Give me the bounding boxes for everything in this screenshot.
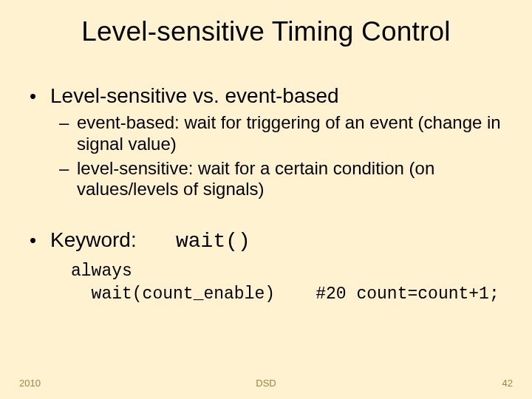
slide: Level-sensitive Timing Control • Level-s…: [0, 0, 532, 399]
bullet-level2: – level-sensitive: wait for a certain co…: [59, 158, 502, 201]
content-area: • Level-sensitive vs. event-based – even…: [0, 55, 532, 306]
bullet-text: event-based: wait for triggering of an e…: [77, 112, 502, 155]
bullet-dash-icon: –: [59, 112, 77, 155]
bullet-text: level-sensitive: wait for a certain cond…: [77, 158, 502, 201]
bullet-level1: • Level-sensitive vs. event-based: [30, 84, 502, 108]
keyword-row: • Keyword: wait(): [30, 228, 502, 253]
footer-center: DSD: [0, 378, 532, 389]
bullet-dash-icon: –: [59, 158, 77, 201]
bullet-level2: – event-based: wait for triggering of an…: [59, 112, 502, 155]
bullet-dot-icon: •: [30, 228, 50, 252]
keyword-code: wait(): [176, 230, 250, 253]
slide-number: 42: [502, 378, 513, 389]
keyword-label: Keyword:: [50, 228, 176, 252]
bullet-dot-icon: •: [30, 84, 50, 108]
slide-title: Level-sensitive Timing Control: [0, 0, 532, 55]
code-line: wait(count_enable) #20 count=count+1;: [71, 284, 499, 304]
code-block: always wait(count_enable) #20 count=coun…: [71, 260, 502, 306]
bullet-text: Level-sensitive vs. event-based: [50, 84, 502, 108]
code-line: always: [71, 262, 132, 281]
